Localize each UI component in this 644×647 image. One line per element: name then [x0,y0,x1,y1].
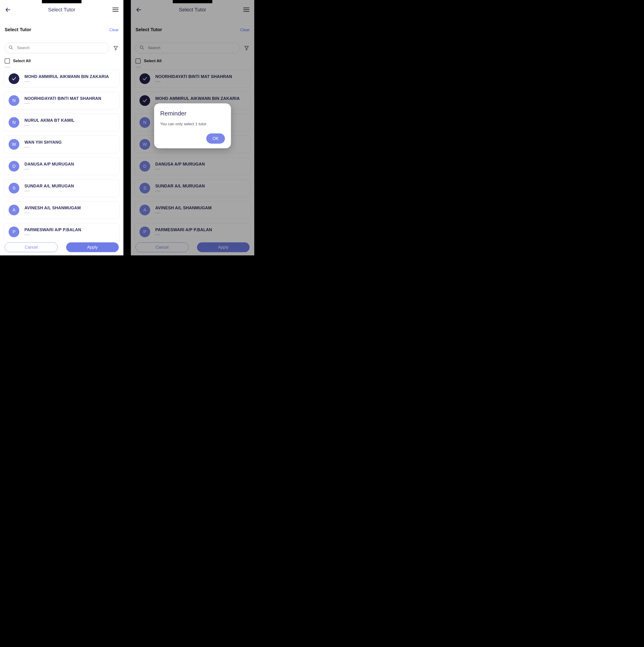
select-all-label: Select All [13,59,31,63]
search-input[interactable] [16,46,105,51]
footer-actions: Cancel Apply [0,239,123,256]
tutor-list: NOORHIDAYATI BINTI MAT SHAHRAN----MOHD A… [131,70,254,256]
search-box[interactable] [136,43,240,53]
tutor-row[interactable]: DDANUSA A/P MURUGAN---- [135,157,251,175]
tutor-name: DANUSA A/P MURUGAN [155,162,205,167]
select-all-checkbox[interactable] [5,58,10,64]
search-icon [9,45,13,51]
avatar-initial: D [9,161,19,171]
tutor-name: MOHD AMMIRUL AIKWANN BIN ZAKARIA [24,74,109,79]
filter-button[interactable] [243,46,249,51]
tutor-subtext: ---- [24,80,109,83]
tutor-subtext: ---- [155,189,205,193]
avatar-initial: N [9,117,19,128]
tutor-row[interactable]: NNOORHIDAYATI BINTI MAT SHAHRAN---- [4,92,120,110]
tutor-subtext: ---- [155,80,232,83]
tutor-row[interactable]: SSUNDAR A/L MURUGAN---- [4,179,120,197]
phone-left: Select Tutor Select Tutor Clear Select A… [0,0,123,256]
avatar-initial: D [139,161,150,171]
tutor-name: SUNDAR A/L MURUGAN [155,184,205,189]
tutor-list: MOHD AMMIRUL AIKWANN BIN ZAKARIA----NNOO… [0,70,123,256]
tutor-subtext: ---- [155,211,212,215]
tutor-subtext: ---- [155,233,212,236]
svg-rect-2 [113,9,119,10]
avatar-initial: W [9,139,19,150]
tutor-row[interactable]: LLEONG MEI WAN---- [135,245,251,256]
back-button[interactable] [135,6,142,13]
tutor-name: SUNDAR A/L MURUGAN [24,184,74,189]
section-divider: ---- [131,64,254,70]
avatar-initial: P [9,226,19,237]
search-box[interactable] [5,43,109,53]
tutor-subtext: ---- [24,211,81,215]
tutor-name: PARMESWARI A/P P.BALAN [24,227,81,232]
tutor-name: LEONG MEI WAN [155,248,191,253]
tutor-row[interactable]: MOHD AMMIRUL AIKWANN BIN ZAKARIA---- [4,70,120,87]
tutor-subtext: ---- [24,101,101,105]
dialog-ok-button[interactable]: OK [206,133,225,144]
tutor-name: AVINESH A/L SHANMUGAM [155,206,212,210]
tutor-row[interactable]: DDANUSA A/P MURUGAN---- [4,157,120,175]
tutor-row[interactable]: SSUNDAR A/L MURUGAN---- [135,179,251,197]
device-notch [173,0,212,3]
checkmark-avatar-icon [139,95,150,106]
tutor-row[interactable]: PPARMESWARI A/P P.BALAN---- [4,223,120,241]
avatar-initial: P [139,226,150,237]
menu-button[interactable] [112,6,119,13]
tutor-subtext: ---- [155,167,205,171]
avatar-initial: S [139,183,150,194]
apply-button[interactable]: Apply [197,242,249,252]
avatar-initial: W [139,139,150,150]
tutor-row[interactable]: NOORHIDAYATI BINTI MAT SHAHRAN---- [135,70,251,87]
select-all-checkbox[interactable] [136,58,141,64]
cancel-button[interactable]: Cancel [5,242,58,252]
tutor-name: DANUSA A/P MURUGAN [24,162,74,167]
dialog-message: You can only select 1 tutor. [160,122,225,127]
tutor-subtext: ---- [24,233,81,236]
device-notch [42,0,81,3]
avatar-initial: N [139,117,150,128]
tutor-row[interactable]: AAVINESH A/L SHANMUGAM---- [4,201,120,219]
svg-rect-9 [243,9,249,10]
tutor-subtext: ---- [24,123,74,127]
select-all-row[interactable]: Select All [131,55,254,64]
avatar-initial: N [9,95,19,106]
tutor-name: WAN YIH SHYANG [24,140,62,145]
reminder-dialog: Reminder You can only select 1 tutor. OK [154,103,231,148]
filter-button[interactable] [113,46,119,51]
svg-point-11 [140,46,143,49]
footer-actions: Cancel Apply [131,239,254,256]
clear-link[interactable]: Clear [109,28,119,32]
select-all-row[interactable]: Select All [0,55,123,64]
checkmark-avatar-icon [9,73,19,84]
dialog-title: Reminder [160,110,225,117]
section-heading: Select Tutor [136,27,162,32]
tutor-subtext: ---- [24,189,74,193]
select-all-label: Select All [144,59,161,63]
menu-button[interactable] [242,6,250,13]
svg-rect-10 [243,11,249,12]
avatar-initial: S [9,183,19,194]
search-icon [139,45,144,51]
tutor-name: NOORHIDAYATI BINTI MAT SHAHRAN [24,96,101,101]
clear-link[interactable]: Clear [240,28,249,32]
cancel-button[interactable]: Cancel [136,242,189,252]
avatar-initial: A [9,205,19,215]
apply-button[interactable]: Apply [66,242,119,252]
tutor-row[interactable]: WWAN YIH SHYANG---- [4,136,120,153]
checkmark-avatar-icon [139,73,150,84]
tutor-row[interactable]: AAVINESH A/L SHANMUGAM---- [135,201,251,219]
svg-point-4 [9,46,12,49]
avatar-initial: A [139,205,150,215]
svg-rect-3 [113,11,119,12]
search-input[interactable] [147,46,236,51]
tutor-name: NURUL AKMA BT KAMIL [24,118,74,123]
svg-marker-6 [114,46,118,50]
section-divider: ---- [0,64,123,70]
tutor-subtext: ---- [24,167,74,171]
tutor-name: MOHD AMMIRUL AIKWANN BIN ZAKARIA [155,96,240,101]
tutor-name: NOORHIDAYATI BINTI MAT SHAHRAN [155,74,232,79]
back-button[interactable] [4,6,12,13]
tutor-row[interactable]: NNURUL AKMA BT KAMIL---- [4,114,120,131]
tutor-row[interactable]: PPARMESWARI A/P P.BALAN---- [135,223,251,241]
